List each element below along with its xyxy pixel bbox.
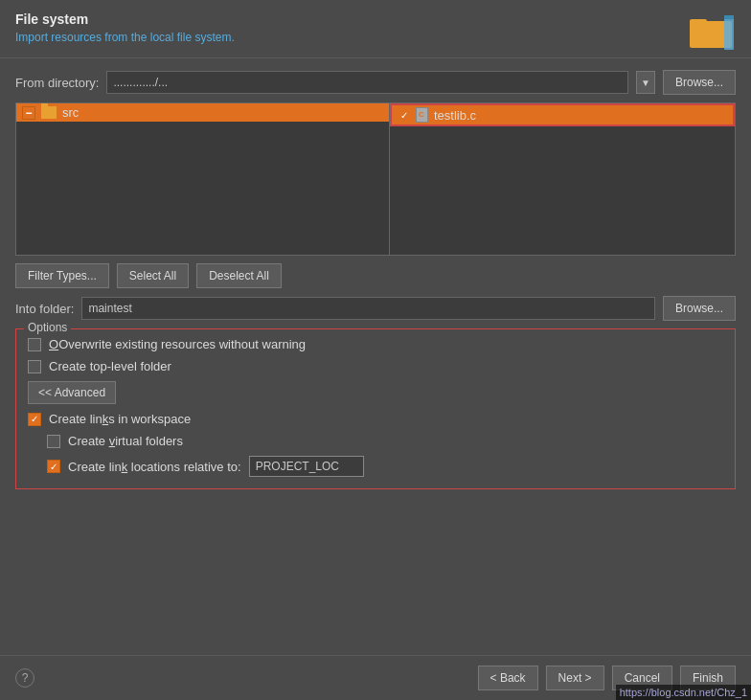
relative-row: ✓ Create link locations relative to:	[47, 456, 723, 477]
select-all-button[interactable]: Select All	[117, 263, 189, 288]
options-group: Options OOverwrite existing resources wi…	[15, 328, 736, 489]
top-level-option-row: Create top-level folder	[28, 359, 723, 373]
dialog-title: File system	[15, 11, 690, 27]
header-text: File system Import resources from the lo…	[15, 11, 690, 44]
checkbox-checked-icon[interactable]: ✓	[398, 109, 410, 122]
minus-icon[interactable]: −	[22, 106, 35, 120]
create-links-row: ✓ Create links in workspace	[28, 412, 723, 426]
relative-label: Create link locations relative to:	[68, 460, 241, 474]
advanced-button[interactable]: << Advanced	[28, 381, 116, 404]
left-panel[interactable]: − src	[16, 103, 390, 255]
from-directory-label: From directory:	[15, 76, 99, 90]
help-icon[interactable]: ?	[15, 668, 34, 688]
virtual-folders-row: Create virtual folders	[47, 434, 723, 448]
folder-icon	[41, 106, 57, 119]
svg-rect-1	[690, 19, 707, 25]
create-links-checkbox[interactable]: ✓	[28, 413, 41, 426]
right-panel[interactable]: ✓ testlib.c	[390, 103, 735, 255]
folder-icon-large	[690, 11, 736, 50]
create-links-label: Create links in workspace	[49, 412, 191, 426]
item-label: testlib.c	[434, 108, 476, 123]
advanced-row: << Advanced	[28, 381, 723, 404]
top-level-checkbox[interactable]	[28, 360, 41, 373]
header-icon	[690, 11, 736, 50]
virtual-folders-checkbox[interactable]	[47, 435, 60, 448]
filter-types-button[interactable]: Filter Types...	[15, 263, 109, 288]
overwrite-label: OOverwrite existing resources without wa…	[49, 337, 306, 351]
file-icon	[416, 107, 428, 123]
list-item[interactable]: − src	[16, 103, 389, 122]
relative-input[interactable]	[249, 456, 364, 477]
into-folder-label: Into folder:	[15, 302, 74, 316]
from-directory-input[interactable]	[106, 71, 628, 94]
list-item[interactable]: ✓ testlib.c	[390, 103, 735, 126]
button-row: Filter Types... Select All Deselect All	[15, 263, 736, 288]
dropdown-button[interactable]: ▼	[636, 71, 655, 94]
svg-rect-3	[724, 15, 734, 19]
into-folder-browse-button[interactable]: Browse...	[663, 296, 736, 321]
overwrite-option-row: OOverwrite existing resources without wa…	[28, 337, 723, 351]
into-folder-row: Into folder: Browse...	[15, 296, 736, 321]
back-button[interactable]: < Back	[478, 666, 538, 690]
next-button[interactable]: Next >	[546, 666, 604, 690]
item-label: src	[62, 105, 79, 120]
header: File system Import resources from the lo…	[0, 0, 751, 58]
from-directory-browse-button[interactable]: Browse...	[663, 70, 736, 95]
deselect-all-button[interactable]: Deselect All	[196, 263, 282, 288]
virtual-folders-label: Create virtual folders	[68, 434, 183, 448]
overwrite-checkbox[interactable]	[28, 338, 41, 351]
top-level-label: Create top-level folder	[49, 359, 171, 373]
content: From directory: ▼ Browse... − src ✓ test…	[0, 58, 751, 655]
svg-rect-2	[724, 15, 734, 50]
dialog-subtitle: Import resources from the local file sys…	[15, 31, 690, 44]
footer-url: https://blog.csdn.net/Chz_1	[616, 685, 751, 700]
from-directory-row: From directory: ▼ Browse...	[15, 70, 736, 95]
dialog: File system Import resources from the lo…	[0, 0, 751, 700]
file-panels: − src ✓ testlib.c	[15, 102, 736, 256]
relative-checkbox[interactable]: ✓	[47, 460, 60, 473]
into-folder-input[interactable]	[81, 297, 655, 320]
options-legend: Options	[24, 321, 71, 334]
